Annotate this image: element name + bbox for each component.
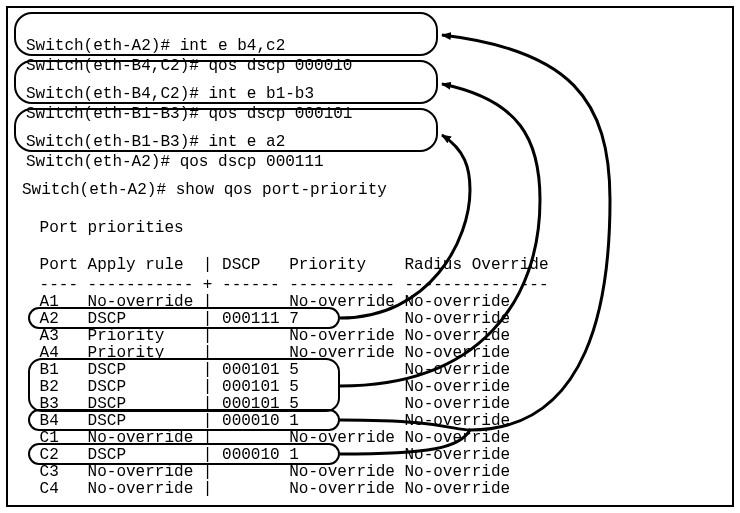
cmd-line: Switch(eth-A2)# qos dscp 000111: [26, 153, 324, 171]
command-block-3: Switch(eth-B1-B3)# int e a2 Switch(eth-A…: [14, 108, 438, 152]
command-block-1: Switch(eth-A2)# int e b4,c2 Switch(eth-B…: [14, 12, 438, 56]
command-block-2: Switch(eth-B4,C2)# int e b1-b3 Switch(et…: [14, 60, 438, 104]
cmd-line: Switch(eth-A2)# int e b4,c2: [26, 37, 285, 55]
table-header: Port Apply rule | DSCP Priority Radius O…: [30, 255, 740, 275]
cmd-line: Switch(eth-B1-B3)# int e a2: [26, 133, 285, 151]
table-row: C4 No-override | No-override No-override: [30, 479, 740, 499]
section-title: Port priorities: [30, 218, 740, 238]
cmd-line: Switch(eth-B4,C2)# int e b1-b3: [26, 85, 314, 103]
diagram-canvas: Switch(eth-A2)# int e b4,c2 Switch(eth-B…: [0, 0, 740, 513]
show-command: Switch(eth-A2)# show qos port-priority: [22, 180, 740, 200]
